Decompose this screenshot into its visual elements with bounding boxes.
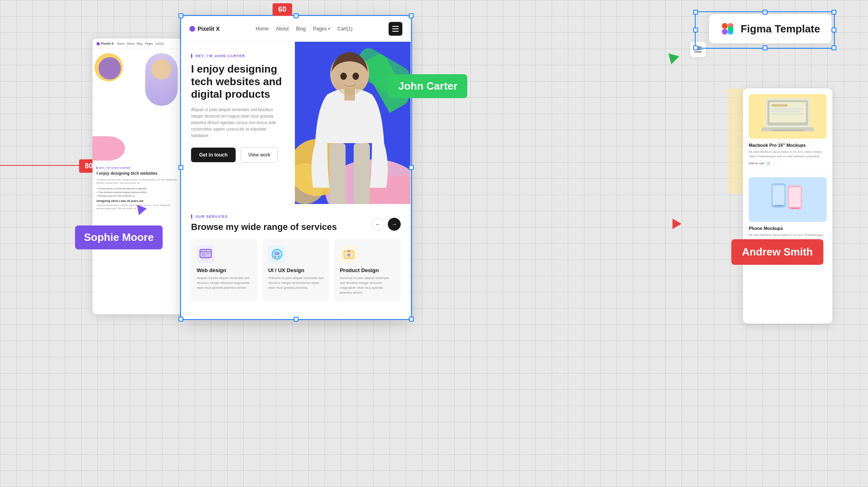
services-prev-button[interactable]: ←: [372, 218, 385, 231]
left-avatar: [145, 53, 178, 106]
lb-bullet-3: Phasere aten leo uma molestie at.: [97, 195, 178, 197]
main-menu-button[interactable]: [389, 22, 402, 36]
svg-rect-48: [791, 208, 799, 209]
product-icon: [340, 245, 358, 263]
service-card-web-design: Web design Aliquet ut justo aliquet vene…: [191, 239, 258, 302]
left-nav: Pixelit X Home About Blog Pages Cart(1): [92, 39, 182, 49]
services-title-group: OUR SERVICES Browse my wide range of ser…: [191, 215, 337, 232]
nav-blog[interactable]: Blog: [296, 26, 306, 32]
macbook-cart-link[interactable]: Add to cart: [749, 161, 827, 165]
hero-buttons: Get in touch View work: [191, 147, 285, 163]
menu-line-2: [694, 49, 702, 50]
left-browser-window: Pixelit X Home About Blog Pages Cart(1) …: [92, 39, 182, 314]
menu-line: [392, 26, 399, 27]
figma-logo-icon: [720, 21, 735, 36]
nav-pages[interactable]: Pages: [313, 26, 330, 32]
menu-line: [392, 31, 399, 32]
logo-dot: [97, 42, 100, 45]
product-macbook: Macbook Pro 16" Mockups Mi sed interdum …: [743, 88, 832, 172]
svg-point-4: [728, 26, 733, 32]
lb-bullet-2: Cras tincidunt lobortis feugiat vivamus …: [97, 191, 178, 193]
nav-about[interactable]: About: [276, 26, 288, 32]
svg-point-29: [278, 256, 279, 257]
web-design-icon: [197, 245, 215, 263]
red-arrow-icon: [672, 219, 681, 229]
services-next-button[interactable]: →: [388, 218, 401, 231]
svg-rect-19: [204, 251, 205, 251]
svg-rect-24: [202, 258, 210, 259]
svg-rect-37: [771, 129, 804, 131]
purple-arrow-icon: [137, 203, 148, 215]
main-logo-dot: [189, 26, 195, 32]
lb-title: I enjoy designing tech websites: [97, 171, 178, 176]
menu-line-3: [694, 51, 702, 52]
main-logo-text: Pixelit X: [198, 26, 219, 32]
menu-line-1: [694, 47, 702, 47]
services-section: OUR SERVICES Browse my wide range of ser…: [181, 204, 410, 302]
main-nav-logo: Pixelit X: [189, 26, 219, 32]
uiux-name: UI / UX Design: [268, 267, 323, 273]
product-macbook-img: [749, 94, 827, 139]
dimension-badge: 60: [273, 3, 292, 16]
uiux-desc: Pharetra ut justo aliquet venenatis sed …: [268, 276, 323, 290]
svg-point-11: [340, 73, 347, 80]
product-name: Product Design: [340, 267, 395, 273]
macbook-svg: [759, 96, 816, 137]
right-product-panel: Macbook Pro 16" Mockups Mi sed interdum …: [743, 88, 832, 324]
macbook-desc: Mi sed interdum lacus tellus in mi orci.…: [749, 150, 827, 159]
hero-title: I enjoy designing tech websites and digi…: [191, 63, 285, 101]
svg-rect-27: [275, 252, 279, 255]
view-work-button[interactable]: View work: [241, 147, 278, 163]
left-nav-pages: Pages: [145, 42, 153, 45]
main-nav-links: Home About Blog Pages Cart(1): [256, 26, 352, 32]
service-card-uiux: UI / UX Design Pharetra ut justo aliquet…: [262, 239, 329, 302]
hero-right: [293, 42, 410, 204]
figma-template-card[interactable]: Figma Template: [709, 14, 831, 43]
product-desc: Dictumst ut justo aliquet venenatis sed …: [340, 276, 395, 295]
hero-section: HEY, I'M JOHN CARTER I enjoy designing t…: [181, 42, 410, 204]
svg-point-33: [347, 253, 350, 257]
shape-pink: [92, 136, 125, 161]
svg-rect-41: [771, 111, 800, 112]
phone-svg: [759, 179, 816, 220]
services-title: Browse my wide range of services: [191, 222, 337, 232]
green-arrow-icon: [668, 51, 681, 64]
svg-rect-18: [202, 251, 203, 251]
svg-rect-13: [329, 143, 346, 204]
left-browser-nav-links: Home About Blog Pages Cart(1): [117, 42, 164, 45]
uiux-icon: [268, 245, 286, 263]
svg-point-12: [352, 73, 359, 80]
lb-body: At lacinia ultrices tortor, volutpat var…: [97, 178, 178, 185]
left-nav-home: Home: [117, 42, 125, 45]
hero-person-svg: [305, 42, 394, 204]
left-browser-logo: Pixelit X: [97, 42, 114, 45]
service-cards: Web design Aliquet ut justo aliquet vene…: [191, 239, 401, 302]
shape-purple: [99, 57, 121, 79]
left-nav-about: About: [127, 42, 134, 45]
john-carter-label: John Carter: [389, 74, 467, 98]
svg-rect-47: [789, 187, 801, 207]
hero-left: HEY, I'M JOHN CARTER I enjoy designing t…: [181, 42, 295, 204]
yellow-bg-strip: [728, 88, 744, 194]
left-browser-hero: [92, 49, 182, 163]
web-design-name: Web design: [197, 267, 252, 273]
svg-rect-42: [771, 113, 804, 114]
nav-cart[interactable]: Cart(1): [337, 26, 352, 32]
figma-template-title: Figma Template: [741, 23, 820, 35]
hero-description: Aliquet ut justo aliquet venenatis sed f…: [191, 107, 285, 139]
small-menu-icon[interactable]: [690, 42, 706, 57]
svg-rect-20: [206, 251, 207, 251]
svg-rect-0: [722, 23, 728, 29]
svg-rect-39: [771, 104, 788, 107]
get-in-touch-button[interactable]: Get in touch: [191, 148, 236, 162]
svg-rect-44: [773, 185, 784, 205]
product-phone-img: [749, 177, 827, 222]
svg-rect-23: [206, 255, 209, 256]
svg-rect-40: [771, 108, 804, 109]
services-header: OUR SERVICES Browse my wide range of ser…: [191, 215, 401, 232]
nav-home[interactable]: Home: [256, 26, 269, 32]
svg-rect-2: [722, 29, 728, 34]
svg-point-28: [275, 256, 276, 257]
web-design-desc: Aliquet ut justo aliquet venenatis sed f…: [197, 276, 252, 290]
menu-line: [392, 28, 399, 29]
